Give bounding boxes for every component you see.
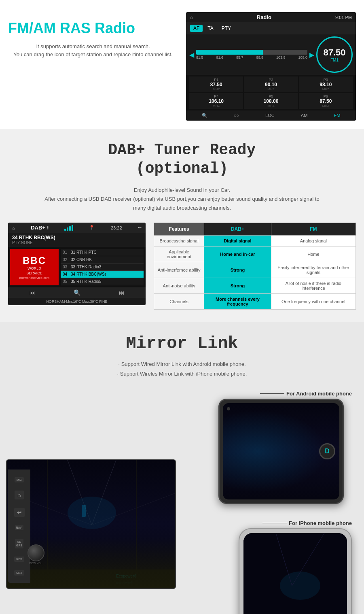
car-unit-screen: Ecopower® Ecopower® xyxy=(6,459,176,589)
car-scene-svg: Ecopower® Ecopower® xyxy=(7,460,175,588)
dab-mode-label: DAB+ ⁝ xyxy=(31,225,48,231)
main-freq-display: 87.50 xyxy=(323,47,345,58)
svg-rect-7 xyxy=(82,505,86,517)
dab-channel-3[interactable]: 0333 RTHK Radio3 xyxy=(61,263,144,271)
fm-channels: One frequency with one channel xyxy=(271,294,356,310)
dab-content: ⌂ DAB+ ⁝ 📍 23:22 ↩ 34 RTHK BBC(WS) PTY:N… xyxy=(8,223,356,310)
iphone-phone: D xyxy=(239,528,352,614)
feature-broadcasting: Broadcasting signal xyxy=(154,236,204,246)
radio-tabs: AF TA PTY xyxy=(186,22,356,34)
station-p6[interactable]: P687.50MHZ xyxy=(299,93,353,109)
dab-search-btn[interactable]: 🔍 xyxy=(74,289,80,296)
signal-bar-3 xyxy=(69,226,71,231)
freq-mark-2: 91.6 xyxy=(216,55,223,59)
svg-point-6 xyxy=(68,497,116,529)
dab-environment: Home and in-car xyxy=(204,246,271,262)
signal-bar-4 xyxy=(72,225,73,231)
fmam-title: FM/AM RAS Radio xyxy=(8,20,178,36)
dab-channel-2[interactable]: 0232 CNR HK xyxy=(61,256,144,263)
fmam-section: FM/AM RAS Radio It supports automatic se… xyxy=(0,0,364,129)
fmam-desc: It supports automatic search and manual … xyxy=(8,42,178,59)
dab-noise: Strong xyxy=(204,278,271,294)
feature-channels: Channels xyxy=(154,294,204,310)
dab-prev-btn[interactable]: ⏮ xyxy=(30,289,35,296)
car-btn-sdgps[interactable]: SDGPS xyxy=(15,539,23,548)
dab-home-icon: ⌂ xyxy=(12,225,15,230)
dab-section: DAB+ Tuner Ready (optional) Enjoy Audiop… xyxy=(0,129,364,322)
dab-channel-list: 0131 RTHK PTC 0232 CNR HK 0333 RTHK Radi… xyxy=(61,249,144,285)
mirror-title: Mirror Link xyxy=(8,334,356,353)
dab-broadcasting: Digital signal xyxy=(204,236,271,246)
freq-mark-5: 103.9 xyxy=(276,55,286,59)
am-btn[interactable]: AM xyxy=(301,113,308,118)
dab-next-btn[interactable]: ⏭ xyxy=(119,289,125,296)
freq-mark-3: 95.7 xyxy=(236,55,243,59)
radio-tab-af[interactable]: AF xyxy=(190,25,203,32)
android-connector-svg xyxy=(223,403,339,499)
signal-bar-1 xyxy=(64,229,66,231)
iphone-label: For iPhone mobile phone xyxy=(262,520,352,526)
th-features: Features xyxy=(154,223,204,236)
fm-environment: Home xyxy=(271,246,356,262)
bbc-world-service: WORLDSERVICE xyxy=(26,266,42,276)
station-p5[interactable]: P5108.00MHZ xyxy=(244,93,298,109)
mirror-section: Mirror Link · Support Wired Mirror Link … xyxy=(0,322,364,614)
car-sidebar-buttons: MIC ⌂ ↩ NAVI SDGPS RES ME3 xyxy=(8,470,30,583)
bbc-text: BBC xyxy=(23,255,46,266)
radio-tab-pty[interactable]: PTY xyxy=(218,25,234,32)
car-btn-home[interactable]: ⌂ xyxy=(15,491,23,499)
radio-home-icon: ⌂ xyxy=(190,15,193,20)
fm-noise: A lot of nosie if there is radio interfe… xyxy=(271,278,356,294)
dab-station-name: 34 RTHK BBC(WS) xyxy=(12,235,142,240)
car-btn-back[interactable]: ↩ xyxy=(14,508,25,517)
feature-table: Features DAB+ FM Broadcasting signal Dig… xyxy=(154,223,356,310)
station-p2[interactable]: P290.10MHZ xyxy=(244,76,298,92)
android-label: For Android mobile phone xyxy=(260,391,352,397)
dab-desc: Enjoy Audiophile-level Sound in your Car… xyxy=(40,186,324,212)
search-btn[interactable]: 🔍 xyxy=(202,113,207,118)
iphone-screen: D xyxy=(243,533,347,614)
freq-next-icon[interactable]: ▶ xyxy=(309,51,314,59)
svg-text:Ecopower®: Ecopower® xyxy=(116,574,137,578)
loc-btn[interactable]: LOC xyxy=(265,113,275,118)
dab-comparison-table: Features DAB+ FM Broadcasting signal Dig… xyxy=(154,223,356,310)
radio-screen: ⌂ Radio 9:01 PM AF TA PTY ◀ 81.5 91.6 95… xyxy=(186,12,356,121)
freq-mark-4: 99.8 xyxy=(256,55,263,59)
fmam-text-block: FM/AM RAS Radio It supports automatic se… xyxy=(8,12,178,59)
dab-channel-4[interactable]: 0434 RTHK BBC(WS) xyxy=(61,271,144,278)
android-phone: D xyxy=(218,399,344,504)
dab-signal-bars xyxy=(64,225,73,231)
car-btn-me3[interactable]: ME3 xyxy=(14,570,24,576)
car-btn-res[interactable]: RES xyxy=(14,557,24,562)
radio-tab-ta[interactable]: TA xyxy=(204,25,216,32)
dab-channel-1[interactable]: 0131 RTHK PTC xyxy=(61,249,144,256)
freq-prev-icon[interactable]: ◀ xyxy=(189,51,194,59)
loop-btn[interactable]: ○○ xyxy=(234,113,239,118)
radio-topbar: ⌂ Radio 9:01 PM xyxy=(186,12,356,22)
radio-freq-bar: ◀ 81.5 91.6 95.7 99.8 103.9 108.0 ▶ 87.5… xyxy=(186,34,356,75)
car-volume-knob[interactable] xyxy=(28,544,44,561)
dab-weather: HORSHAM-Min.16°C Max.39°C FINE xyxy=(8,298,146,305)
freq-dial: 87.50 FM1 xyxy=(316,36,353,73)
fm-broadcasting: Analog signal xyxy=(271,236,356,246)
car-btn-navi[interactable]: NAVI xyxy=(15,525,24,530)
station-p4[interactable]: P4106.10MHZ xyxy=(189,93,243,109)
vol-label: POW VOL xyxy=(29,562,42,565)
dab-time: 23:22 xyxy=(111,225,122,230)
freq-mark-1: 81.5 xyxy=(196,55,203,59)
dab-main: BBC WORLDSERVICE bbcworldservice.com 013… xyxy=(8,247,146,287)
station-p1[interactable]: P187.50MHZ xyxy=(189,76,243,92)
dab-location-icon: 📍 xyxy=(89,225,95,230)
bbc-url: bbcworldservice.com xyxy=(19,276,50,280)
mirror-desc: · Support Wired Mirror Link with Android… xyxy=(8,359,356,378)
svg-point-14 xyxy=(280,572,320,600)
radio-title: Radio xyxy=(257,14,271,20)
feature-noise: Anti-noise ability xyxy=(154,278,204,294)
fm-btn[interactable]: FM xyxy=(334,113,340,118)
car-btn-mic[interactable]: MIC xyxy=(15,477,24,482)
dab-channel-5[interactable]: 0535 RTHK Radio5 xyxy=(61,278,144,285)
station-p3[interactable]: P398.10MHZ xyxy=(299,76,353,92)
freq-mark-6: 108.0 xyxy=(298,55,307,59)
dab-controls: ⏮ 🔍 ⏭ xyxy=(8,287,146,298)
radio-time: 9:01 PM xyxy=(335,15,352,20)
